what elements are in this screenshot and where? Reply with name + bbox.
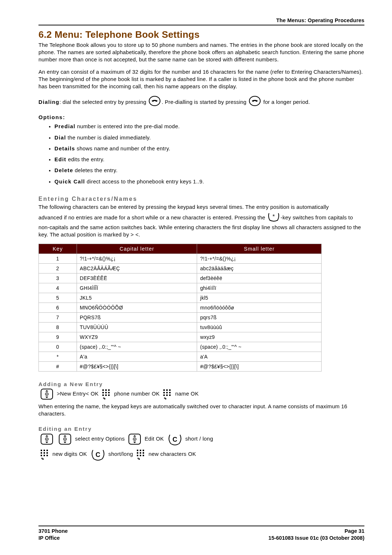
table-row: 8TUV8ÜÙÚÛtuv8üùúû	[39, 322, 322, 332]
svg-point-6	[46, 393, 48, 394]
option-name: Delete	[54, 167, 73, 173]
svg-rect-9	[105, 389, 107, 391]
cell-capital: MNO6ÑÖÒÓÔÕØ	[77, 303, 197, 312]
page-footer: 3701 Phone IP Office Page 31 15-601083 I…	[38, 526, 364, 542]
svg-rect-57	[143, 452, 144, 454]
list-item: Quick Call direct access to the phoneboo…	[54, 177, 364, 188]
editing-procedure-line2: new digits OK C short/long new character…	[38, 448, 364, 461]
table-row: 9WXYZ9wxyz9	[39, 332, 322, 342]
cell-small: abc2äåàáãæç	[197, 263, 322, 273]
svg-text:C: C	[95, 451, 100, 458]
svg-rect-10	[108, 389, 110, 391]
svg-rect-15	[105, 394, 107, 396]
list-item: Delete deletes the entry.	[54, 166, 364, 177]
edit-e: short/long	[108, 451, 134, 457]
cell-capital: GHI4ÌÍÎÏ	[77, 283, 197, 293]
svg-point-34	[65, 438, 66, 439]
svg-point-39	[134, 438, 135, 439]
intro-para-2: An entry can consist of a maximum of 32 …	[38, 69, 364, 90]
footer-product: 3701 Phone	[38, 528, 68, 534]
entering-p1: The following characters can be entered …	[38, 204, 364, 211]
list-item: Edit edits the entry.	[54, 155, 364, 166]
dialing-line: Dialing: dial the selected entry by pres…	[38, 96, 364, 109]
svg-rect-16	[108, 394, 110, 396]
cell-capital: WXYZ9	[77, 332, 197, 342]
menu-key-icon	[57, 436, 75, 442]
keypad-icon	[135, 451, 148, 457]
option-desc: edits the entry.	[66, 157, 105, 162]
adding-c: name OK	[175, 391, 199, 397]
footer-issue: 15-601083 Issue 01c (03 October 2008)	[269, 535, 364, 541]
svg-rect-22	[169, 392, 171, 393]
svg-marker-40	[133, 442, 136, 443]
cell-key: 4	[39, 283, 77, 293]
svg-rect-48	[41, 455, 42, 456]
adding-procedure: >New Entry< OK phone number OK	[38, 388, 364, 400]
svg-rect-20	[163, 392, 165, 393]
svg-marker-37	[133, 435, 136, 437]
table-row: ##@?$£¥§<>{|}[\]#@?$£¥§<>{|}[\]	[39, 361, 322, 371]
svg-marker-7	[45, 397, 48, 398]
cell-small: jkl5	[197, 293, 322, 303]
table-row: 0(space) ,.0:;_"'^ ~(space) ,.0:;_"'^ ~	[39, 342, 322, 352]
cell-small: pqrs7ß	[197, 312, 322, 322]
cell-capital: JKL5	[77, 293, 197, 303]
c-key-icon: C	[89, 451, 108, 457]
option-name: Details	[54, 146, 75, 151]
cell-key: 2	[39, 263, 77, 273]
menu-key-icon	[38, 436, 57, 442]
svg-text:C: C	[172, 436, 177, 443]
editing-heading: Editing an Entry	[38, 426, 364, 432]
cell-key: #	[39, 361, 77, 371]
cell-small: wxyz9	[197, 332, 322, 342]
svg-rect-52	[137, 450, 138, 451]
list-item: Dial the number is dialed immediately.	[54, 133, 364, 144]
svg-rect-24	[166, 394, 168, 396]
option-name: Quick Call	[54, 179, 85, 185]
option-name: Dial	[54, 135, 66, 141]
keypad-icon	[38, 451, 52, 457]
cell-small: mno6ñöòóôõø	[197, 303, 322, 312]
svg-rect-58	[137, 455, 138, 456]
svg-marker-30	[45, 442, 48, 443]
th-small: Small letter	[197, 244, 322, 254]
cell-key: *	[39, 352, 77, 361]
cell-small: tuv8üùúû	[197, 322, 322, 332]
cell-key: 7	[39, 312, 77, 322]
svg-rect-43	[44, 450, 45, 451]
cell-key: 6	[39, 303, 77, 312]
options-list: Predial number is entered into the pre-d…	[38, 122, 364, 187]
table-row: 3DEF3ÈÉÊËdef3èéêë	[39, 273, 322, 283]
table-row: *A'aa'A	[39, 352, 322, 361]
svg-rect-11	[102, 392, 104, 393]
svg-rect-53	[140, 450, 141, 451]
svg-rect-25	[169, 394, 171, 396]
svg-rect-42	[41, 450, 42, 451]
cell-capital: TUV8ÜÙÚÛ	[77, 322, 197, 332]
svg-rect-44	[46, 450, 48, 451]
table-row: 5JKL5jkl5	[39, 293, 322, 303]
option-desc: number is entered into the pre-dial mode…	[75, 123, 180, 129]
svg-rect-54	[143, 450, 144, 451]
option-desc: deletes the entry.	[73, 167, 118, 173]
cell-small: ghi4ìíîï	[197, 283, 322, 293]
svg-point-29	[46, 438, 48, 439]
edit-d: new digits OK	[52, 451, 89, 457]
cell-key: 5	[39, 293, 77, 303]
svg-marker-27	[45, 435, 48, 437]
hook-icon	[148, 96, 161, 109]
svg-marker-35	[64, 442, 66, 443]
dialing-text-a: : dial the selected entry by pressing	[60, 99, 148, 105]
adding-heading: Adding a New Entry	[38, 381, 364, 387]
footer-brand: IP Office	[38, 535, 60, 541]
option-desc: shows name and number of the entry.	[75, 146, 170, 151]
menu-key-icon	[38, 391, 57, 397]
svg-rect-12	[105, 392, 107, 393]
list-item: Details shows name and number of the ent…	[54, 144, 364, 155]
adding-a: >New Entry< OK	[57, 391, 100, 397]
dialing-label: Dialing	[38, 99, 60, 105]
entering-p2: advanced if no entries are made for a sh…	[38, 212, 364, 239]
svg-rect-47	[46, 452, 48, 454]
table-row: 1?!1-+*/=&()%¿¡?!1-+*/=&()%¿¡	[39, 254, 322, 263]
th-capital: Capital letter	[77, 244, 197, 254]
